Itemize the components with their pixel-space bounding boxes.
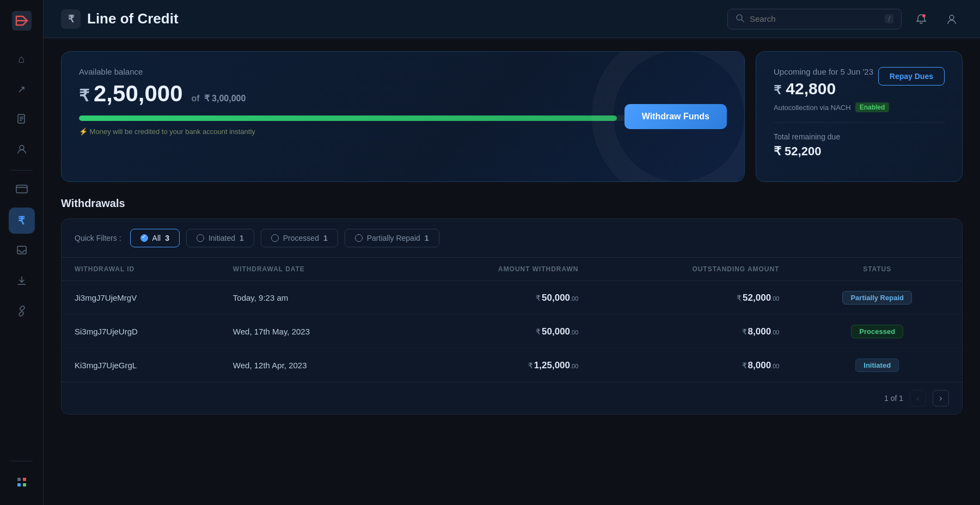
row-2-outstanding: ₹8,000.00 xyxy=(591,315,792,349)
balance-note: ⚡ Money will be credited to your bank ac… xyxy=(79,127,727,136)
row-3-date: Wed, 12th Apr, 2023 xyxy=(220,349,403,382)
sidebar-item-cards[interactable] xyxy=(9,177,35,203)
row-3-id: Ki3mgJ7UjeGrgL xyxy=(62,349,220,382)
status-badge-partially-repaid: Partially Repaid xyxy=(842,291,912,305)
row-3-outstanding-sup: .00 xyxy=(771,363,779,369)
due-amount-display: ₹ 42,800 xyxy=(774,80,873,98)
remaining-due-amount: ₹ 52,200 xyxy=(774,144,945,159)
svg-rect-14 xyxy=(23,483,26,486)
col-amount-withdrawn: AMOUNT WITHDRAWN xyxy=(403,258,592,281)
row-2-outstanding-sup: .00 xyxy=(771,329,779,336)
rupee-header-icon: ₹ xyxy=(68,13,74,25)
quick-filters-label: Quick Filters : xyxy=(75,234,121,242)
balance-rupee-symbol: ₹ xyxy=(79,86,89,105)
pagination-row: 1 of 1 ‹ › xyxy=(62,382,962,414)
filter-initiated-count: 1 xyxy=(240,234,244,242)
progress-bar-fill xyxy=(79,115,617,121)
sidebar-item-export[interactable]: ↗ xyxy=(9,76,35,102)
sidebar-item-download[interactable] xyxy=(9,269,35,295)
withdrawals-title: Withdrawals xyxy=(61,197,963,210)
header-actions: / xyxy=(727,8,963,30)
page-title: Line of Credit xyxy=(87,10,179,27)
filter-processed-label: Processed xyxy=(283,234,319,242)
status-badge-initiated: Initiated xyxy=(855,358,899,372)
row-2-amount: ₹50,000.00 xyxy=(403,315,592,349)
withdraw-funds-button[interactable]: Withdraw Funds xyxy=(624,104,727,129)
due-amount-value: 42,800 xyxy=(786,80,836,98)
table-row: Si3mgJ7UjeUrgD Wed, 17th May, 2023 ₹50,0… xyxy=(62,315,962,349)
sidebar: ⌂ ↗ ₹ xyxy=(0,0,44,505)
remaining-due-label: Total remaining due xyxy=(774,132,945,141)
notifications-button[interactable] xyxy=(910,8,932,30)
header-page-icon: ₹ xyxy=(61,9,81,29)
filter-all-count: 3 xyxy=(165,234,169,242)
row-1-amount: ₹50,000.00 xyxy=(403,281,592,315)
sidebar-item-profile[interactable] xyxy=(9,137,35,163)
search-box[interactable]: / xyxy=(727,9,902,29)
balance-limit-value: ₹ 3,00,000 xyxy=(204,93,246,104)
svg-rect-9 xyxy=(17,246,26,254)
sidebar-item-links[interactable] xyxy=(9,299,35,325)
search-input[interactable] xyxy=(750,14,879,23)
cards-row: Available balance ₹ 2,50,000 of ₹ 3,00,0… xyxy=(61,51,963,182)
apps-grid-icon xyxy=(16,477,27,490)
repay-dues-button[interactable]: Repay Dues xyxy=(878,67,945,86)
user-profile-button[interactable] xyxy=(941,8,963,30)
filter-initiated-button[interactable]: Initiated 1 xyxy=(186,229,254,247)
chevron-left-icon: ‹ xyxy=(916,393,919,403)
withdrawals-table: WITHDRAWAL ID WITHDRAWAL DATE AMOUNT WIT… xyxy=(62,258,962,382)
person-icon xyxy=(16,144,27,157)
svg-rect-11 xyxy=(17,478,21,481)
header-title-area: ₹ Line of Credit xyxy=(61,9,727,29)
chevron-right-icon: › xyxy=(939,393,942,403)
table-header-row: WITHDRAWAL ID WITHDRAWAL DATE AMOUNT WIT… xyxy=(62,258,962,281)
due-title: Upcoming due for 5 Jun '23 xyxy=(774,67,873,76)
svg-point-17 xyxy=(922,14,926,17)
sidebar-item-line-of-credit[interactable]: ₹ xyxy=(9,208,35,234)
sidebar-item-documents[interactable] xyxy=(9,107,35,133)
app-logo[interactable] xyxy=(10,9,34,33)
due-header: Upcoming due for 5 Jun '23 ₹ 42,800 Repa… xyxy=(774,67,945,98)
row-2-id: Si3mgJ7UjeUrgD xyxy=(62,315,220,349)
balance-card: Available balance ₹ 2,50,000 of ₹ 3,00,0… xyxy=(61,51,745,182)
row-2-outstanding-rupee: ₹ xyxy=(742,327,747,336)
filter-initiated-label: Initiated xyxy=(209,234,235,242)
table-header: WITHDRAWAL ID WITHDRAWAL DATE AMOUNT WIT… xyxy=(62,258,962,281)
row-3-amount: ₹1,25,000.00 xyxy=(403,349,592,382)
arrow-up-right-icon: ↗ xyxy=(17,83,26,95)
svg-line-16 xyxy=(742,20,744,22)
row-2-amount-main: 50,000 xyxy=(542,326,570,337)
nach-status-badge: Enabled xyxy=(855,102,890,112)
sidebar-item-apps[interactable] xyxy=(9,470,35,496)
filter-initiated-dot xyxy=(197,234,204,242)
status-badge-processed: Processed xyxy=(851,325,903,338)
filter-partially-repaid-count: 1 xyxy=(425,234,429,242)
filter-all-dot xyxy=(140,234,148,242)
row-3-amount-rupee: ₹ xyxy=(528,361,533,370)
svg-rect-12 xyxy=(23,478,26,481)
header: ₹ Line of Credit / xyxy=(44,0,980,38)
filter-processed-button[interactable]: Processed 1 xyxy=(261,229,338,247)
filter-all-label: All xyxy=(152,234,161,242)
balance-label: Available balance xyxy=(79,67,727,76)
card-icon xyxy=(16,185,28,196)
row-2-amount-rupee: ₹ xyxy=(536,327,541,336)
pagination-next-button[interactable]: › xyxy=(933,390,949,406)
document-icon xyxy=(16,113,27,127)
filters-row: Quick Filters : All 3 Initiated 1 xyxy=(62,219,962,258)
sidebar-item-home[interactable]: ⌂ xyxy=(9,46,35,72)
due-rupee-symbol: ₹ xyxy=(774,83,781,97)
home-icon: ⌂ xyxy=(18,53,24,65)
row-2-outstanding-main: 8,000 xyxy=(748,326,771,337)
balance-value: 2,50,000 xyxy=(94,81,183,107)
withdrawals-table-card: Quick Filters : All 3 Initiated 1 xyxy=(61,218,963,415)
row-1-amount-rupee: ₹ xyxy=(536,294,541,302)
filter-all-button[interactable]: All 3 xyxy=(130,229,180,247)
filter-partially-repaid-button[interactable]: Partially Repaid 1 xyxy=(345,229,439,247)
pagination-prev-button[interactable]: ‹ xyxy=(910,390,926,406)
row-1-outstanding-sup: .00 xyxy=(771,295,779,302)
sidebar-item-inbox[interactable] xyxy=(9,238,35,264)
row-1-status: Partially Repaid xyxy=(792,281,962,315)
balance-of-text: of xyxy=(192,94,200,104)
progress-bar-container xyxy=(79,115,727,121)
